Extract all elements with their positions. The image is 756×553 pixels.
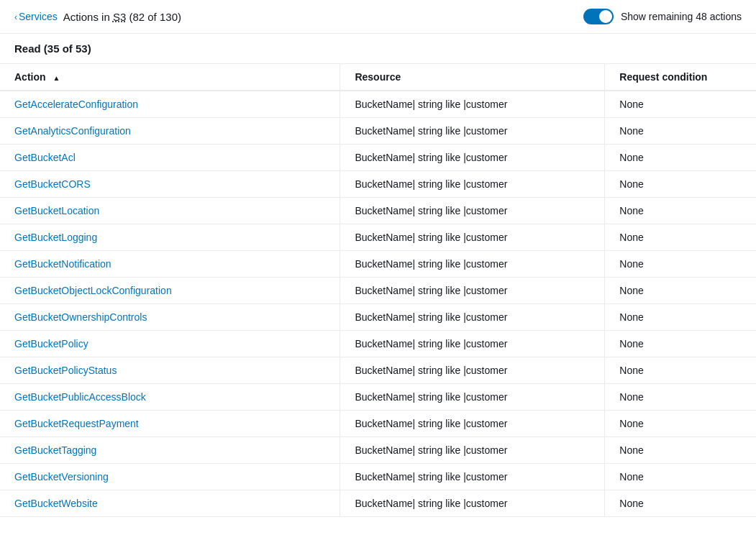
table-row: GetBucketCORSBucketName| string like |cu… bbox=[0, 171, 756, 198]
actions-table: Action ▲ Resource Request condition GetA… bbox=[0, 63, 756, 517]
action-link[interactable]: GetBucketRequestPayment bbox=[14, 418, 139, 429]
chevron-left-icon: ‹ bbox=[14, 12, 17, 22]
condition-cell: None bbox=[605, 304, 756, 331]
condition-cell: None bbox=[605, 357, 756, 384]
section-header: Read (35 of 53) bbox=[0, 34, 756, 63]
condition-cell: None bbox=[605, 198, 756, 224]
action-cell: GetBucketCORS bbox=[0, 171, 340, 198]
action-link[interactable]: GetBucketTagging bbox=[14, 444, 96, 456]
action-link[interactable]: GetAccelerateConfiguration bbox=[14, 99, 138, 110]
condition-cell: None bbox=[605, 464, 756, 490]
action-cell: GetAccelerateConfiguration bbox=[0, 91, 340, 118]
services-link[interactable]: ‹Services bbox=[14, 11, 58, 22]
resource-cell: BucketName| string like |customer bbox=[340, 437, 605, 464]
action-link[interactable]: GetBucketPublicAccessBlock bbox=[14, 391, 146, 403]
resource-cell: BucketName| string like |customer bbox=[340, 384, 605, 411]
resource-cell: BucketName| string like |customer bbox=[340, 91, 605, 118]
sort-icon: ▲ bbox=[53, 74, 60, 82]
resource-cell: BucketName| string like |customer bbox=[340, 411, 605, 437]
resource-cell: BucketName| string like |customer bbox=[340, 224, 605, 251]
action-cell: GetBucketRequestPayment bbox=[0, 411, 340, 437]
action-link[interactable]: GetBucketVersioning bbox=[14, 471, 109, 483]
table-row: GetBucketOwnershipControlsBucketName| st… bbox=[0, 304, 756, 331]
condition-cell: None bbox=[605, 278, 756, 304]
action-cell: GetAnalyticsConfiguration bbox=[0, 118, 340, 145]
action-link[interactable]: GetBucketPolicyStatus bbox=[14, 365, 117, 376]
toggle-container: Show remaining 48 actions bbox=[583, 9, 742, 24]
table-row: GetBucketWebsiteBucketName| string like … bbox=[0, 490, 756, 517]
action-link[interactable]: GetBucketLocation bbox=[14, 205, 99, 216]
table-row: GetBucketPolicyStatusBucketName| string … bbox=[0, 357, 756, 384]
condition-cell: None bbox=[605, 490, 756, 517]
resource-cell: BucketName| string like |customer bbox=[340, 198, 605, 224]
condition-cell: None bbox=[605, 251, 756, 278]
action-cell: GetBucketVersioning bbox=[0, 464, 340, 490]
table-row: GetAnalyticsConfigurationBucketName| str… bbox=[0, 118, 756, 145]
condition-column-header: Request condition bbox=[605, 64, 756, 91]
condition-cell: None bbox=[605, 384, 756, 411]
action-link[interactable]: GetBucketCORS bbox=[14, 178, 91, 190]
action-cell: GetBucketPublicAccessBlock bbox=[0, 384, 340, 411]
action-link[interactable]: GetBucketNotification bbox=[14, 258, 111, 270]
toggle-label: Show remaining 48 actions bbox=[621, 11, 742, 22]
condition-cell: None bbox=[605, 411, 756, 437]
action-cell: GetBucketObjectLockConfiguration bbox=[0, 278, 340, 304]
table-row: GetBucketVersioningBucketName| string li… bbox=[0, 464, 756, 490]
action-link[interactable]: GetBucketObjectLockConfiguration bbox=[14, 285, 172, 296]
table-row: GetAccelerateConfigurationBucketName| st… bbox=[0, 91, 756, 118]
table-row: GetBucketAclBucketName| string like |cus… bbox=[0, 145, 756, 171]
action-link[interactable]: GetBucketLogging bbox=[14, 232, 97, 243]
top-bar-left: ‹Services Actions in S3 (82 of 130) bbox=[14, 11, 181, 23]
resource-cell: BucketName| string like |customer bbox=[340, 464, 605, 490]
resource-cell: BucketName| string like |customer bbox=[340, 145, 605, 171]
condition-cell: None bbox=[605, 145, 756, 171]
action-link[interactable]: GetBucketWebsite bbox=[14, 498, 98, 509]
action-cell: GetBucketPolicyStatus bbox=[0, 357, 340, 384]
table-row: GetBucketPublicAccessBlockBucketName| st… bbox=[0, 384, 756, 411]
resource-column-header: Resource bbox=[340, 64, 605, 91]
condition-cell: None bbox=[605, 437, 756, 464]
table-row: GetBucketLoggingBucketName| string like … bbox=[0, 224, 756, 251]
toggle-switch[interactable] bbox=[583, 9, 614, 24]
action-cell: GetBucketPolicy bbox=[0, 331, 340, 357]
action-cell: GetBucketLogging bbox=[0, 224, 340, 251]
resource-cell: BucketName| string like |customer bbox=[340, 490, 605, 517]
condition-cell: None bbox=[605, 331, 756, 357]
page-title: Actions in S3 (82 of 130) bbox=[63, 11, 181, 23]
resource-cell: BucketName| string like |customer bbox=[340, 251, 605, 278]
action-link[interactable]: GetAnalyticsConfiguration bbox=[14, 125, 131, 137]
condition-cell: None bbox=[605, 171, 756, 198]
action-link[interactable]: GetBucketAcl bbox=[14, 152, 76, 163]
resource-cell: BucketName| string like |customer bbox=[340, 331, 605, 357]
table-row: GetBucketLocationBucketName| string like… bbox=[0, 198, 756, 224]
resource-cell: BucketName| string like |customer bbox=[340, 118, 605, 145]
top-bar: ‹Services Actions in S3 (82 of 130) Show… bbox=[0, 0, 756, 34]
resource-cell: BucketName| string like |customer bbox=[340, 278, 605, 304]
resource-cell: BucketName| string like |customer bbox=[340, 357, 605, 384]
resource-cell: BucketName| string like |customer bbox=[340, 304, 605, 331]
action-link[interactable]: GetBucketOwnershipControls bbox=[14, 311, 147, 323]
action-cell: GetBucketNotification bbox=[0, 251, 340, 278]
table-row: GetBucketTaggingBucketName| string like … bbox=[0, 437, 756, 464]
action-cell: GetBucketOwnershipControls bbox=[0, 304, 340, 331]
action-cell: GetBucketAcl bbox=[0, 145, 340, 171]
resource-cell: BucketName| string like |customer bbox=[340, 171, 605, 198]
action-cell: GetBucketLocation bbox=[0, 198, 340, 224]
table-container: Action ▲ Resource Request condition GetA… bbox=[0, 63, 756, 517]
action-column-header[interactable]: Action ▲ bbox=[0, 64, 340, 91]
action-link[interactable]: GetBucketPolicy bbox=[14, 338, 88, 349]
table-row: GetBucketPolicyBucketName| string like |… bbox=[0, 331, 756, 357]
action-cell: GetBucketWebsite bbox=[0, 490, 340, 517]
action-cell: GetBucketTagging bbox=[0, 437, 340, 464]
table-row: GetBucketNotificationBucketName| string … bbox=[0, 251, 756, 278]
table-row: GetBucketRequestPaymentBucketName| strin… bbox=[0, 411, 756, 437]
condition-cell: None bbox=[605, 224, 756, 251]
condition-cell: None bbox=[605, 91, 756, 118]
table-row: GetBucketObjectLockConfigurationBucketNa… bbox=[0, 278, 756, 304]
condition-cell: None bbox=[605, 118, 756, 145]
